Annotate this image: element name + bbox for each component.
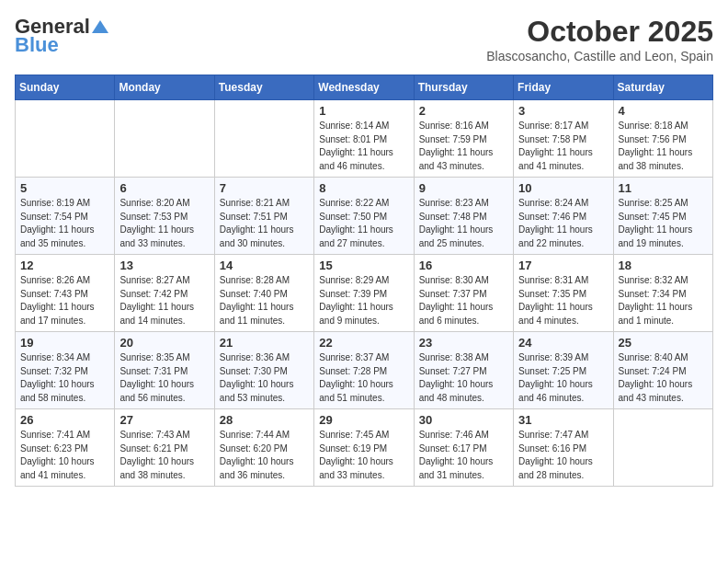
day-number: 26 (20, 413, 109, 427)
day-info: Sunrise: 8:40 AM Sunset: 7:24 PM Dayligh… (619, 351, 708, 405)
month-title: October 2025 (486, 15, 713, 49)
day-info: Sunrise: 7:43 AM Sunset: 6:21 PM Dayligh… (119, 429, 209, 482)
day-number: 29 (319, 413, 408, 427)
calendar-cell: 29Sunrise: 7:45 AM Sunset: 6:19 PM Dayli… (314, 409, 414, 487)
day-info: Sunrise: 7:45 AM Sunset: 6:19 PM Dayligh… (319, 429, 408, 482)
calendar-cell: 12Sunrise: 8:26 AM Sunset: 7:43 PM Dayli… (16, 255, 115, 332)
day-info: Sunrise: 8:23 AM Sunset: 7:48 PM Dayligh… (419, 197, 508, 250)
day-number: 11 (619, 181, 708, 195)
day-number: 14 (220, 259, 309, 272)
day-info: Sunrise: 8:36 AM Sunset: 7:30 PM Dayligh… (220, 351, 309, 405)
day-info: Sunrise: 8:30 AM Sunset: 7:37 PM Dayligh… (419, 274, 508, 327)
day-number: 2 (419, 104, 508, 118)
weekday-header-saturday: Saturday (613, 75, 712, 100)
day-number: 19 (20, 336, 109, 350)
calendar-cell: 4Sunrise: 8:18 AM Sunset: 7:56 PM Daylig… (613, 100, 712, 178)
day-number: 24 (518, 336, 608, 350)
calendar-cell: 28Sunrise: 7:44 AM Sunset: 6:20 PM Dayli… (214, 409, 313, 487)
calendar-cell: 3Sunrise: 8:17 AM Sunset: 7:58 PM Daylig… (514, 100, 613, 178)
calendar-cell: 27Sunrise: 7:43 AM Sunset: 6:21 PM Dayli… (115, 409, 214, 487)
day-number: 5 (20, 181, 109, 195)
day-number: 18 (619, 259, 708, 272)
calendar-week-2: 5Sunrise: 8:19 AM Sunset: 7:54 PM Daylig… (16, 178, 713, 255)
weekday-header-row: SundayMondayTuesdayWednesdayThursdayFrid… (16, 75, 713, 100)
day-info: Sunrise: 8:27 AM Sunset: 7:42 PM Dayligh… (119, 274, 209, 327)
day-info: Sunrise: 8:20 AM Sunset: 7:53 PM Dayligh… (119, 197, 209, 250)
day-info: Sunrise: 8:18 AM Sunset: 7:56 PM Dayligh… (619, 120, 708, 173)
calendar-body: 1Sunrise: 8:14 AM Sunset: 8:01 PM Daylig… (16, 100, 713, 487)
day-number: 22 (319, 336, 408, 350)
day-info: Sunrise: 8:25 AM Sunset: 7:45 PM Dayligh… (619, 197, 708, 250)
calendar-cell: 14Sunrise: 8:28 AM Sunset: 7:40 PM Dayli… (214, 255, 313, 332)
calendar-cell: 6Sunrise: 8:20 AM Sunset: 7:53 PM Daylig… (115, 178, 214, 255)
calendar-table: SundayMondayTuesdayWednesdayThursdayFrid… (15, 75, 713, 487)
calendar-cell: 25Sunrise: 8:40 AM Sunset: 7:24 PM Dayli… (613, 332, 712, 409)
calendar-cell: 22Sunrise: 8:37 AM Sunset: 7:28 PM Dayli… (314, 332, 414, 409)
day-number: 8 (319, 181, 408, 195)
day-number: 16 (419, 259, 508, 272)
day-info: Sunrise: 8:28 AM Sunset: 7:40 PM Dayligh… (220, 274, 309, 327)
day-number: 1 (319, 104, 408, 118)
day-number: 17 (518, 259, 608, 272)
calendar-cell: 17Sunrise: 8:31 AM Sunset: 7:35 PM Dayli… (514, 255, 613, 332)
calendar-week-1: 1Sunrise: 8:14 AM Sunset: 8:01 PM Daylig… (16, 100, 713, 178)
day-info: Sunrise: 8:38 AM Sunset: 7:27 PM Dayligh… (419, 351, 508, 405)
calendar-cell: 20Sunrise: 8:35 AM Sunset: 7:31 PM Dayli… (115, 332, 214, 409)
day-number: 27 (119, 413, 209, 427)
weekday-header-friday: Friday (514, 75, 613, 100)
calendar-cell (214, 100, 313, 178)
day-info: Sunrise: 8:26 AM Sunset: 7:43 PM Dayligh… (20, 274, 109, 327)
day-info: Sunrise: 8:24 AM Sunset: 7:46 PM Dayligh… (518, 197, 608, 250)
day-info: Sunrise: 8:22 AM Sunset: 7:50 PM Dayligh… (319, 197, 408, 250)
day-number: 30 (419, 413, 508, 427)
calendar-cell: 11Sunrise: 8:25 AM Sunset: 7:45 PM Dayli… (613, 178, 712, 255)
calendar-cell (115, 100, 214, 178)
day-info: Sunrise: 7:46 AM Sunset: 6:17 PM Dayligh… (419, 429, 508, 482)
calendar-cell (613, 409, 712, 487)
day-info: Sunrise: 8:19 AM Sunset: 7:54 PM Dayligh… (20, 197, 109, 250)
weekday-header-wednesday: Wednesday (314, 75, 414, 100)
day-info: Sunrise: 7:41 AM Sunset: 6:23 PM Dayligh… (20, 429, 109, 482)
day-info: Sunrise: 7:44 AM Sunset: 6:20 PM Dayligh… (220, 429, 309, 482)
day-number: 21 (220, 336, 309, 350)
day-number: 7 (220, 181, 309, 195)
day-number: 3 (518, 104, 608, 118)
calendar-cell: 13Sunrise: 8:27 AM Sunset: 7:42 PM Dayli… (115, 255, 214, 332)
calendar-week-5: 26Sunrise: 7:41 AM Sunset: 6:23 PM Dayli… (16, 409, 713, 487)
day-number: 20 (119, 336, 209, 350)
calendar-cell: 30Sunrise: 7:46 AM Sunset: 6:17 PM Dayli… (414, 409, 513, 487)
day-info: Sunrise: 8:31 AM Sunset: 7:35 PM Dayligh… (518, 274, 608, 327)
weekday-header-monday: Monday (115, 75, 214, 100)
calendar-cell: 5Sunrise: 8:19 AM Sunset: 7:54 PM Daylig… (16, 178, 115, 255)
calendar-cell: 21Sunrise: 8:36 AM Sunset: 7:30 PM Dayli… (214, 332, 313, 409)
day-info: Sunrise: 8:35 AM Sunset: 7:31 PM Dayligh… (119, 351, 209, 405)
day-info: Sunrise: 8:29 AM Sunset: 7:39 PM Dayligh… (319, 274, 408, 327)
day-number: 4 (619, 104, 708, 118)
day-number: 28 (220, 413, 309, 427)
calendar-cell: 26Sunrise: 7:41 AM Sunset: 6:23 PM Dayli… (16, 409, 115, 487)
weekday-header-sunday: Sunday (16, 75, 115, 100)
day-number: 31 (518, 413, 608, 427)
day-info: Sunrise: 8:37 AM Sunset: 7:28 PM Dayligh… (319, 351, 408, 405)
calendar-cell: 10Sunrise: 8:24 AM Sunset: 7:46 PM Dayli… (514, 178, 613, 255)
calendar-week-3: 12Sunrise: 8:26 AM Sunset: 7:43 PM Dayli… (16, 255, 713, 332)
svg-marker-0 (92, 20, 108, 33)
day-number: 9 (419, 181, 508, 195)
day-info: Sunrise: 8:39 AM Sunset: 7:25 PM Dayligh… (518, 351, 608, 405)
calendar-cell: 1Sunrise: 8:14 AM Sunset: 8:01 PM Daylig… (314, 100, 414, 178)
day-number: 10 (518, 181, 608, 195)
calendar-cell: 9Sunrise: 8:23 AM Sunset: 7:48 PM Daylig… (414, 178, 513, 255)
location-subtitle: Blascosancho, Castille and Leon, Spain (486, 49, 713, 63)
day-number: 15 (319, 259, 408, 272)
weekday-header-thursday: Thursday (414, 75, 513, 100)
day-info: Sunrise: 8:34 AM Sunset: 7:32 PM Dayligh… (20, 351, 109, 405)
logo: General Blue (15, 15, 108, 57)
logo-icon (92, 20, 108, 33)
calendar-cell: 16Sunrise: 8:30 AM Sunset: 7:37 PM Dayli… (414, 255, 513, 332)
day-number: 23 (419, 336, 508, 350)
calendar-cell: 23Sunrise: 8:38 AM Sunset: 7:27 PM Dayli… (414, 332, 513, 409)
day-info: Sunrise: 8:16 AM Sunset: 7:59 PM Dayligh… (419, 120, 508, 173)
calendar-cell: 24Sunrise: 8:39 AM Sunset: 7:25 PM Dayli… (514, 332, 613, 409)
page-header: General Blue October 2025 Blascosancho, … (15, 15, 713, 63)
calendar-cell: 8Sunrise: 8:22 AM Sunset: 7:50 PM Daylig… (314, 178, 414, 255)
